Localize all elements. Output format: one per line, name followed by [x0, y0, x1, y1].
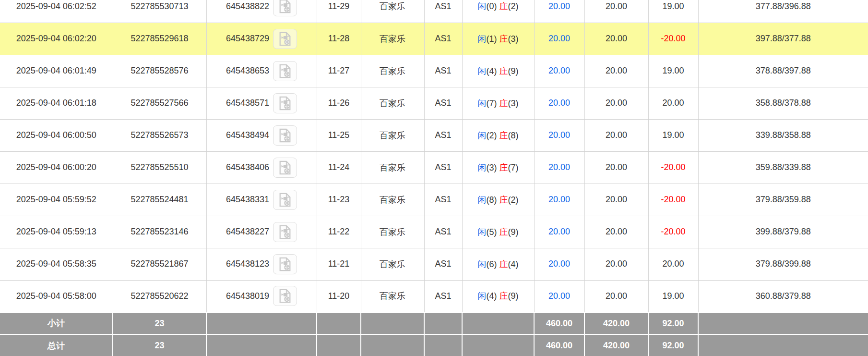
video-file-icon	[278, 160, 292, 175]
video-replay-button[interactable]	[273, 29, 297, 49]
round-number: 11-29	[317, 0, 361, 23]
video-replay-button[interactable]	[273, 0, 297, 16]
bet-id: 522785527566	[113, 87, 206, 119]
bet-id: 522785525510	[113, 151, 206, 184]
player-result-points: (0)	[486, 1, 497, 11]
bet-amount-link[interactable]: 20.00	[548, 66, 570, 75]
video-replay-button[interactable]	[273, 61, 297, 81]
banker-result-label: 庄	[499, 259, 508, 269]
player-result-points: (7)	[486, 98, 497, 108]
banker-result-points: (3)	[508, 34, 519, 44]
banker-result-points: (9)	[508, 227, 519, 237]
game-result: 闲(8) 庄(2)	[462, 184, 534, 216]
video-file-icon	[278, 128, 292, 143]
bet-history-row[interactable]: 2025-09-04 06:01:18 522785527566 6454385…	[0, 87, 868, 119]
video-replay-button[interactable]	[273, 222, 297, 242]
balance: 399.88/379.88	[698, 216, 868, 248]
bet-history-row[interactable]: 2025-09-04 05:59:52 522785524481 6454383…	[0, 184, 868, 216]
video-replay-button[interactable]	[273, 125, 297, 146]
video-replay-button[interactable]	[273, 93, 297, 113]
bet-id: 522785524481	[113, 184, 206, 216]
bet-history-row[interactable]: 2025-09-04 06:02:52 522785530713 6454388…	[0, 0, 868, 23]
banker-result-label: 庄	[499, 98, 508, 108]
video-replay-button[interactable]	[273, 286, 297, 306]
player-result-points: (8)	[486, 195, 497, 205]
footer-empty-cell	[317, 334, 361, 356]
subtotal-bet-total: 460.00	[534, 312, 584, 334]
bet-time: 2025-09-04 05:59:13	[0, 216, 113, 248]
win-loss: -20.00	[648, 151, 698, 184]
player-result-label: 闲	[477, 1, 486, 11]
video-replay-button[interactable]	[273, 190, 297, 210]
win-loss: -20.00	[648, 184, 698, 216]
bet-history-row[interactable]: 2025-09-04 05:58:35 522785521867 6454381…	[0, 248, 868, 280]
game-round-cell: 645438227	[206, 216, 317, 248]
valid-amount: 20.00	[584, 248, 648, 280]
player-result-points: (4)	[486, 291, 497, 301]
bet-id: 522785523146	[113, 216, 206, 248]
bet-history-row[interactable]: 2025-09-04 06:00:20 522785525510 6454384…	[0, 151, 868, 184]
valid-amount: 20.00	[584, 55, 648, 87]
total-bet-total: 460.00	[534, 334, 584, 356]
balance: 397.88/377.88	[698, 23, 868, 55]
banker-result-label: 庄	[499, 1, 508, 11]
banker-result-label: 庄	[499, 34, 508, 44]
bet-amount-link[interactable]: 20.00	[548, 34, 570, 43]
bet-amount-link[interactable]: 20.00	[548, 98, 570, 108]
banker-result-label: 庄	[499, 195, 508, 205]
video-replay-button[interactable]	[273, 254, 297, 274]
video-file-icon	[278, 32, 292, 46]
bet-amount-cell: 20.00	[534, 151, 584, 184]
player-result-points: (5)	[486, 227, 497, 237]
game-round-id: 645438571	[226, 98, 269, 108]
round-number: 11-22	[317, 216, 361, 248]
round-number: 11-20	[317, 280, 361, 312]
player-result-points: (3)	[486, 163, 497, 172]
video-replay-button[interactable]	[273, 158, 297, 178]
video-file-icon	[278, 289, 292, 303]
bet-history-row[interactable]: 2025-09-04 05:58:00 522785520622 6454380…	[0, 280, 868, 312]
bet-amount-link[interactable]: 20.00	[548, 227, 570, 236]
bet-amount-link[interactable]: 20.00	[548, 259, 570, 269]
balance: 339.88/358.88	[698, 119, 868, 151]
bet-id: 522785520622	[113, 280, 206, 312]
total-valid-total: 420.00	[584, 334, 648, 356]
bet-history-row[interactable]: 2025-09-04 05:59:13 522785523146 6454382…	[0, 216, 868, 248]
win-loss: 19.00	[648, 55, 698, 87]
bet-history-row[interactable]: 2025-09-04 06:00:50 522785526573 6454384…	[0, 119, 868, 151]
table-code: AS1	[424, 151, 462, 184]
balance: 379.88/359.88	[698, 184, 868, 216]
valid-amount: 20.00	[584, 184, 648, 216]
bet-history-row[interactable]: 2025-09-04 06:01:49 522785528576 6454386…	[0, 55, 868, 87]
banker-result-label: 庄	[499, 131, 508, 140]
bet-amount-link[interactable]: 20.00	[548, 1, 570, 11]
bet-history-row[interactable]: 2025-09-04 06:02:20 522785529618 6454387…	[0, 23, 868, 55]
video-file-icon	[278, 225, 292, 239]
bet-history-table: 2025-09-04 06:02:52 522785530713 6454388…	[0, 0, 868, 356]
game-round-cell: 645438019	[206, 280, 317, 312]
video-file-icon	[278, 96, 292, 110]
bet-amount-link[interactable]: 20.00	[548, 130, 570, 140]
footer-empty-cell	[361, 312, 424, 334]
bet-amount-link[interactable]: 20.00	[548, 291, 570, 301]
subtotal-winloss-total: 92.00	[648, 312, 698, 334]
game-result: 闲(0) 庄(2)	[462, 0, 534, 23]
game-result: 闲(4) 庄(9)	[462, 280, 534, 312]
game-round-id: 645438227	[226, 227, 269, 237]
valid-amount: 20.00	[584, 23, 648, 55]
bet-amount-link[interactable]: 20.00	[548, 195, 570, 204]
grand-total-row: 总计 23 460.00 420.00 92.00	[0, 334, 868, 356]
game-type: 百家乐	[361, 184, 424, 216]
game-round-cell: 645438406	[206, 151, 317, 184]
footer-empty-cell	[424, 312, 462, 334]
player-result-label: 闲	[477, 259, 486, 269]
game-round-id: 645438123	[226, 259, 269, 269]
table-code: AS1	[424, 0, 462, 23]
game-round-id: 645438729	[226, 34, 269, 44]
player-result-label: 闲	[477, 66, 486, 76]
game-round-cell: 645438123	[206, 248, 317, 280]
bet-amount-link[interactable]: 20.00	[548, 162, 570, 172]
video-file-icon	[278, 0, 292, 13]
game-type: 百家乐	[361, 248, 424, 280]
valid-amount: 20.00	[584, 216, 648, 248]
